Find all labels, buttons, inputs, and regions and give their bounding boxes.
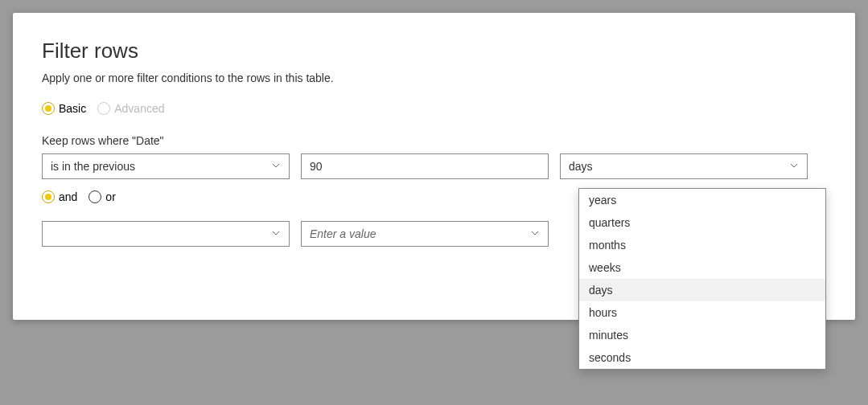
dialog-title: Filter rows (42, 39, 826, 63)
mode-basic-label: Basic (59, 102, 86, 115)
chevron-down-icon (271, 227, 281, 240)
filter-rows-dialog: Filter rows Apply one or more filter con… (13, 13, 855, 320)
mode-advanced-label: Advanced (114, 102, 164, 115)
unit-option-seconds[interactable]: seconds (579, 346, 825, 369)
value-input-1-wrapper (301, 153, 549, 179)
connector-and-radio[interactable]: and (42, 190, 77, 203)
mode-advanced-radio[interactable]: Advanced (97, 102, 164, 115)
radio-icon (42, 190, 55, 203)
unit-dropdown-list: yearsquartersmonthsweeksdayshoursminutes… (578, 188, 826, 370)
condition-row-1: is in the previous days (42, 153, 826, 179)
chevron-down-icon (530, 227, 540, 240)
dialog-subtitle: Apply one or more filter conditions to t… (42, 72, 826, 84)
mode-basic-radio[interactable]: Basic (42, 102, 86, 115)
unit-dropdown-1[interactable]: days (560, 153, 808, 179)
unit-option-minutes[interactable]: minutes (579, 324, 825, 346)
unit-option-days[interactable]: days (579, 279, 825, 301)
chevron-down-icon (271, 160, 281, 173)
unit-option-hours[interactable]: hours (579, 301, 825, 324)
radio-icon (88, 190, 101, 203)
unit-option-years[interactable]: years (579, 189, 825, 211)
keep-rows-label: Keep rows where "Date" (42, 134, 826, 147)
value-input-2[interactable]: Enter a value (301, 221, 549, 247)
value-input-1[interactable] (310, 154, 540, 178)
operator-dropdown-2[interactable] (42, 221, 290, 247)
chevron-down-icon (789, 160, 799, 173)
unit-option-weeks[interactable]: weeks (579, 256, 825, 279)
operator-dropdown-1[interactable]: is in the previous (42, 153, 290, 179)
operator-value-1: is in the previous (51, 160, 135, 173)
unit-option-quarters[interactable]: quarters (579, 211, 825, 234)
radio-icon (97, 102, 110, 115)
connector-and-label: and (59, 190, 77, 203)
value-placeholder-2: Enter a value (310, 227, 376, 240)
radio-icon (42, 102, 55, 115)
unit-value-1: days (569, 160, 593, 173)
mode-radio-group: Basic Advanced (42, 102, 826, 115)
connector-or-radio[interactable]: or (88, 190, 115, 203)
connector-or-label: or (105, 190, 115, 203)
unit-option-months[interactable]: months (579, 234, 825, 256)
